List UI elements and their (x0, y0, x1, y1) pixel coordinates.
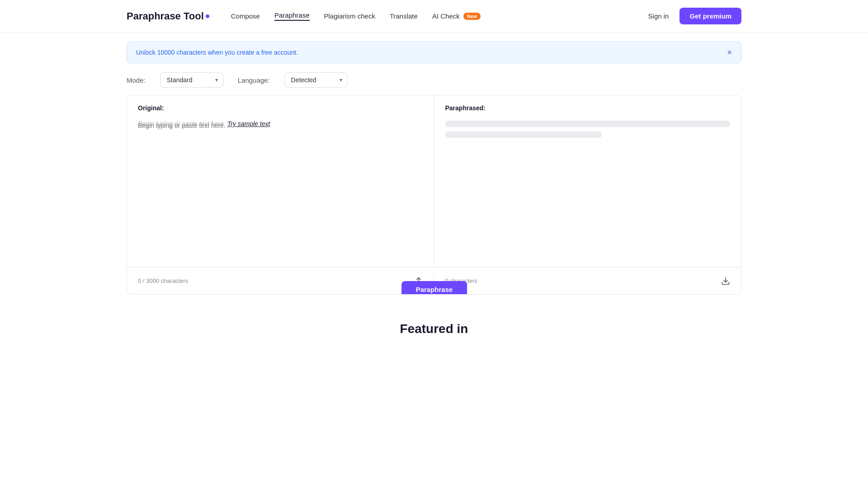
banner-close-button[interactable]: × (727, 48, 732, 56)
editor-panels: Original: Begin typing or paste text her… (127, 95, 741, 267)
paraphrased-panel: Paraphrased: (434, 95, 741, 267)
new-badge: New (463, 13, 481, 20)
sign-in-link[interactable]: Sign in (648, 12, 669, 20)
nav-compose[interactable]: Compose (231, 12, 260, 20)
nav-paraphrase[interactable]: Paraphrase (274, 11, 310, 21)
paraphrase-button[interactable]: Paraphrase (401, 281, 467, 295)
paraphrased-panel-title: Paraphrased: (445, 104, 731, 112)
download-button[interactable] (721, 276, 730, 286)
featured-title: Featured in (0, 322, 868, 336)
original-textarea[interactable] (138, 121, 423, 267)
logo-dot (206, 14, 209, 18)
banner-text: Unlock 10000 characters when you create … (136, 49, 298, 56)
footer-right: 0 characters (434, 276, 741, 286)
logo-text: Paraphrase Tool (127, 10, 204, 22)
nav-aicheck[interactable]: AI Check New (432, 12, 481, 20)
skeleton-line-2 (445, 131, 602, 138)
nav-aicheck-label: AI Check (432, 12, 460, 20)
language-label: Language: (238, 76, 270, 84)
logo[interactable]: Paraphrase Tool (127, 10, 209, 22)
mode-label: Mode: (127, 76, 146, 84)
nav-links: Compose Paraphrase Plagiarism check Tran… (231, 11, 648, 21)
nav-plagiarism[interactable]: Plagiarism check (324, 12, 375, 20)
language-select[interactable]: Detected English Spanish French German I… (284, 72, 348, 88)
original-panel: Original: Begin typing or paste text her… (127, 95, 434, 267)
language-select-wrapper: Detected English Spanish French German I… (284, 72, 348, 88)
original-char-count: 0 / 3000 characters (138, 277, 188, 284)
skeleton-placeholder (445, 121, 731, 138)
nav-translate[interactable]: Translate (390, 12, 418, 20)
navbar: Paraphrase Tool Compose Paraphrase Plagi… (0, 0, 868, 33)
nav-right: Sign in Get premium (648, 8, 741, 24)
editor-footer: 0 / 3000 characters Paraphrase 0 charact… (127, 267, 741, 294)
editor-container: Original: Begin typing or paste text her… (127, 95, 741, 295)
featured-section: Featured in (0, 295, 868, 354)
skeleton-line-1 (445, 121, 731, 127)
get-premium-button[interactable]: Get premium (679, 8, 741, 24)
footer-left: 0 / 3000 characters (127, 276, 434, 286)
promo-banner: Unlock 10000 characters when you create … (127, 42, 741, 63)
mode-language-controls: Mode: Standard Fluency Formal Academic S… (0, 63, 868, 95)
download-icon (721, 277, 730, 286)
original-panel-title: Original: (138, 104, 423, 112)
mode-select[interactable]: Standard Fluency Formal Academic Simple … (160, 72, 223, 88)
mode-select-wrapper: Standard Fluency Formal Academic Simple … (160, 72, 223, 88)
